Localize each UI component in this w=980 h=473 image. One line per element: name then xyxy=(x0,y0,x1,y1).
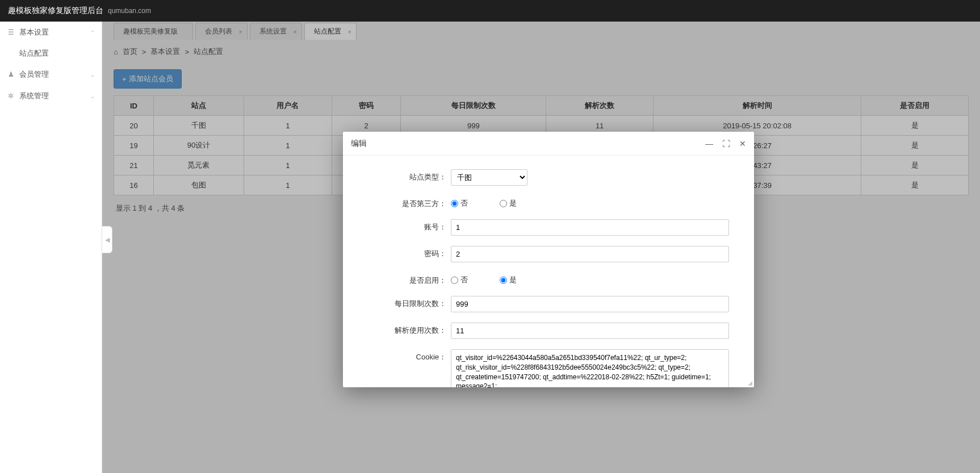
sidebar-item-member[interactable]: ♟ 会员管理 ⌄ xyxy=(0,64,102,85)
user-icon: ♟ xyxy=(8,70,16,78)
site-type-select[interactable]: 千图 xyxy=(451,169,527,186)
maximize-icon[interactable]: ⛶ xyxy=(722,139,730,148)
brand-title: 趣模板独家修复版管理后台 xyxy=(8,6,103,16)
edit-modal: 编辑 — ⛶ ✕ 站点类型： 千图 是否第三方： 否 是 xyxy=(343,132,754,387)
daily-limit-input[interactable] xyxy=(451,296,729,312)
parse-count-input[interactable] xyxy=(451,323,729,339)
label-cookie: Cookie： xyxy=(360,349,451,362)
list-icon: ☰ xyxy=(8,28,16,36)
third-party-no[interactable]: 否 xyxy=(451,198,468,208)
sidebar-item-label: 系统管理 xyxy=(19,91,49,101)
label-site-type: 站点类型： xyxy=(360,169,451,182)
resize-handle[interactable] xyxy=(746,379,753,386)
sidebar: ☰ 基本设置 ⌃ 站点配置 ♟ 会员管理 ⌄ ✲ 系统管理 ⌄ xyxy=(0,22,102,473)
sidebar-item-basic[interactable]: ☰ 基本设置 ⌃ xyxy=(0,22,102,43)
modal-body: 站点类型： 千图 是否第三方： 否 是 账号： 密码： xyxy=(343,156,754,387)
modal-title: 编辑 xyxy=(351,139,705,149)
enabled-yes[interactable]: 是 xyxy=(500,275,517,285)
chevron-up-icon: ⌃ xyxy=(90,30,95,36)
topbar: 趣模板独家修复版管理后台 qumuban.com xyxy=(0,0,980,22)
sidebar-subitem-site-config[interactable]: 站点配置 xyxy=(0,43,102,64)
close-icon[interactable]: ✕ xyxy=(739,139,746,148)
cookie-textarea[interactable] xyxy=(451,349,729,387)
third-party-yes[interactable]: 是 xyxy=(500,198,517,208)
sidebar-item-label: 会员管理 xyxy=(19,69,49,79)
minimize-icon[interactable]: — xyxy=(705,139,713,148)
sidebar-collapse-handle[interactable]: ◀ xyxy=(102,226,112,253)
gear-icon: ✲ xyxy=(8,92,16,100)
label-account: 账号： xyxy=(360,219,451,232)
label-daily-limit: 每日限制次数： xyxy=(360,296,451,309)
brand-domain: qumuban.com xyxy=(108,7,151,15)
enabled-no[interactable]: 否 xyxy=(451,275,468,285)
password-input[interactable] xyxy=(451,246,729,262)
label-enabled: 是否启用： xyxy=(360,273,451,286)
chevron-down-icon: ⌄ xyxy=(90,93,95,99)
label-parse-count: 解析使用次数： xyxy=(360,323,451,336)
sidebar-item-system[interactable]: ✲ 系统管理 ⌄ xyxy=(0,85,102,107)
account-input[interactable] xyxy=(451,219,729,236)
sidebar-item-label: 基本设置 xyxy=(19,27,49,37)
modal-header: 编辑 — ⛶ ✕ xyxy=(343,132,754,156)
label-third-party: 是否第三方： xyxy=(360,196,451,209)
chevron-down-icon: ⌄ xyxy=(90,72,95,78)
label-password: 密码： xyxy=(360,246,451,259)
